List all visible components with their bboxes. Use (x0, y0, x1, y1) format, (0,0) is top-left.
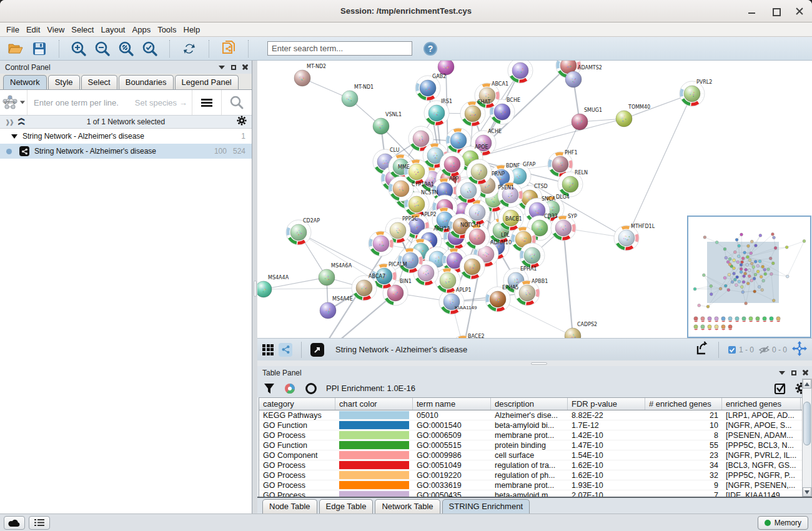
panel-menu-icon[interactable] (219, 66, 225, 69)
zoom-fit-icon[interactable] (117, 39, 136, 58)
menu-layout[interactable]: Layout (101, 24, 131, 36)
menu-view[interactable]: View (47, 24, 70, 36)
network-node[interactable] (508, 61, 533, 83)
table-row[interactable]: GO ProcessGO:0019220regulation of ph...1… (259, 470, 803, 480)
network-row-selected[interactable]: String Network - Alzheimer's disease 100… (0, 144, 252, 159)
network-list-gear-icon[interactable] (237, 116, 247, 128)
network-node-reln[interactable] (558, 172, 583, 197)
zoom-out-icon[interactable] (93, 39, 112, 58)
memory-button[interactable]: Memory (758, 516, 808, 530)
network-node-epha5[interactable] (485, 287, 510, 312)
table-splitter[interactable] (257, 360, 812, 366)
tab-style[interactable]: Style (48, 75, 80, 89)
tab-string-enrichment[interactable]: STRING Enrichment (442, 499, 530, 514)
tab-select[interactable]: Select (81, 75, 117, 89)
tab-edge-table[interactable]: Edge Table (319, 499, 374, 514)
filter-icon[interactable] (264, 383, 275, 394)
table-row[interactable]: KEGG Pathways05010Alzheimer's dise...8.8… (259, 410, 803, 420)
network-node-adamts2[interactable] (565, 71, 582, 87)
table-float-icon[interactable] (791, 370, 796, 375)
chart-color-icon[interactable] (284, 382, 296, 395)
string-search-icon[interactable] (229, 95, 244, 110)
table-scrollbar[interactable] (802, 379, 812, 497)
open-session-icon[interactable] (6, 39, 25, 58)
network-node-mthfd1l[interactable] (614, 226, 639, 251)
maximize-icon[interactable] (772, 7, 780, 15)
table-close-icon[interactable] (803, 370, 808, 375)
scroll-down-icon[interactable] (803, 487, 811, 497)
table-row[interactable]: GO ProcessGO:0051049regulation of tra...… (259, 460, 803, 470)
menu-file[interactable]: File (6, 24, 25, 36)
collection-expand-icon[interactable] (11, 134, 17, 139)
network-node-apbb1[interactable] (515, 280, 540, 305)
tab-network[interactable]: Network (3, 75, 47, 89)
refresh-icon[interactable] (180, 39, 199, 58)
network-node[interactable] (465, 224, 490, 249)
save-session-icon[interactable] (30, 39, 49, 58)
close-panel-icon[interactable] (242, 64, 248, 70)
network-node[interactable] (520, 243, 545, 268)
column-header-fdr-p-value[interactable]: FDR p-value (568, 398, 645, 410)
set-species-hint[interactable]: Set species → (135, 98, 187, 107)
table-row[interactable]: GO FunctionGO:0001540beta-amyloid bi...1… (259, 420, 803, 430)
network-node[interactable] (369, 231, 394, 256)
table-row[interactable]: GO ProcessGO:0006509membrane prot...1.42… (259, 430, 803, 440)
network-node-ms4a4e[interactable] (320, 302, 336, 319)
pan-tool-icon[interactable] (792, 341, 807, 359)
tab-boundaries[interactable]: Boundaries (119, 75, 174, 89)
table-row[interactable]: GO ComponentGO:0009986cell surface1.54E-… (259, 450, 803, 460)
network-node-mt-nd2[interactable] (294, 70, 310, 86)
network-collection-row[interactable]: String Network - Alzheimer's disease 1 (0, 129, 252, 144)
network-node[interactable] (398, 248, 423, 273)
menu-tools[interactable]: Tools (157, 24, 182, 36)
open-in-app-icon[interactable] (310, 343, 324, 357)
column-header-description[interactable]: description (491, 398, 568, 410)
network-node[interactable] (404, 159, 429, 184)
network-node[interactable] (460, 254, 485, 279)
network-node-ms4a6a[interactable] (319, 269, 335, 285)
splitter-grip[interactable] (254, 280, 257, 297)
column-header-enriched-genes[interactable]: enriched genes (722, 398, 801, 410)
network-node[interactable] (438, 61, 454, 75)
minimize-icon[interactable] (748, 7, 756, 15)
table-row[interactable]: GO FunctionGO:0005515protein binding1.47… (259, 440, 803, 450)
network-node[interactable] (467, 159, 492, 184)
task-history-button[interactable] (29, 516, 50, 530)
string-logo-icon[interactable]: STRING (0, 90, 27, 115)
scrollbar-thumb[interactable] (803, 402, 811, 445)
table-splitter-grip[interactable] (531, 362, 547, 365)
menu-apps[interactable]: Apps (132, 24, 157, 36)
network-node-aplp1[interactable] (439, 289, 464, 314)
select-all-checkbox-icon[interactable] (774, 382, 786, 395)
birds-eye-view[interactable] (687, 216, 811, 338)
help-icon[interactable]: ? (421, 39, 440, 58)
network-node[interactable] (440, 152, 465, 177)
network-node-cadps2[interactable] (565, 328, 581, 338)
tab-network-table[interactable]: Network Table (375, 499, 440, 514)
export-network-icon[interactable] (695, 341, 710, 359)
grid-view-icon[interactable] (262, 344, 274, 355)
table-panel-menu-icon[interactable] (779, 371, 785, 375)
network-node-pvrl2[interactable] (680, 81, 705, 106)
zoom-in-icon[interactable] (69, 39, 88, 58)
panel-splitter[interactable] (252, 61, 257, 514)
menu-select[interactable]: Select (71, 24, 99, 36)
network-node-smug1[interactable] (572, 114, 588, 130)
network-node-cd2ap[interactable] (286, 220, 311, 245)
column-header-chart-color[interactable]: chart color (335, 398, 413, 410)
float-panel-icon[interactable] (231, 65, 236, 70)
string-db-dropdown-icon[interactable] (20, 101, 25, 104)
close-icon[interactable] (796, 7, 803, 15)
network-node-syp[interactable] (551, 216, 576, 241)
network-node-mt-nd1[interactable] (342, 91, 358, 107)
ring-chart-icon[interactable] (305, 382, 317, 395)
cloud-button[interactable] (4, 516, 25, 530)
string-query-placeholder[interactable]: Enter one term per line. (34, 98, 119, 107)
network-from-selection-icon[interactable] (219, 39, 238, 58)
tab-node-table[interactable]: Node Table (262, 499, 317, 514)
scroll-up-icon[interactable] (803, 379, 811, 389)
zoom-selected-icon[interactable] (141, 39, 159, 58)
tab-legend-panel[interactable]: Legend Panel (175, 75, 239, 89)
network-view[interactable]: MT-ND2MT-ND1VSNL1CD2APMS4A6AMS4A4AMS4A4E… (257, 61, 812, 338)
table-row[interactable]: GO ProcessGO:0033619membrane prot...1.93… (259, 480, 803, 490)
